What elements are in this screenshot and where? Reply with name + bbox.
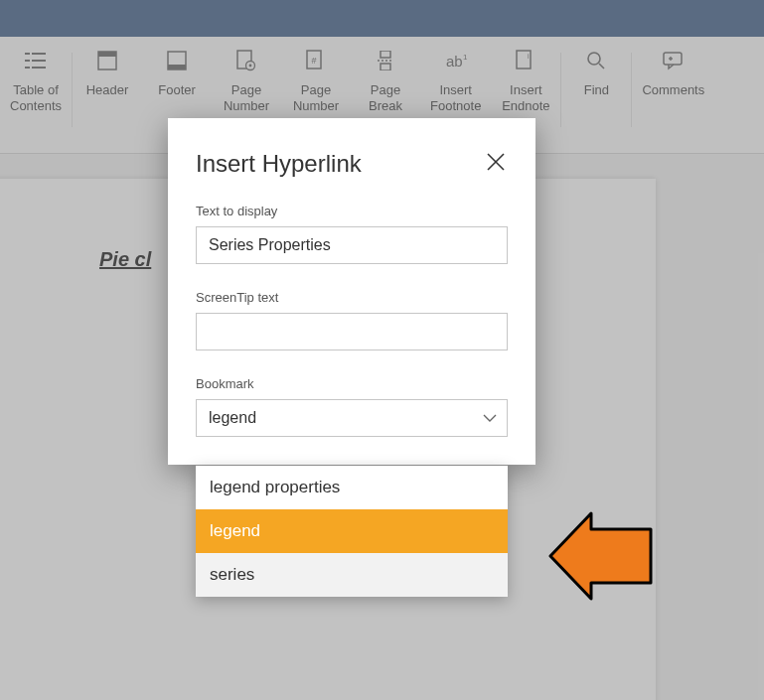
ribbon-label: Insert Footnote [430, 82, 481, 113]
ribbon-item-header[interactable]: Header [73, 49, 142, 98]
svg-rect-3 [32, 60, 46, 62]
svg-text:#: # [312, 56, 317, 66]
header-icon [97, 49, 117, 72]
svg-line-23 [599, 64, 604, 69]
bookmark-dropdown: legend properties legend series [196, 466, 508, 597]
ribbon-item-footer[interactable]: Footer [142, 49, 212, 98]
svg-rect-5 [32, 67, 46, 69]
ribbon-item-endnote[interactable]: i Insert Endnote [491, 49, 560, 113]
ribbon-item-find[interactable]: Find [561, 49, 631, 98]
ribbon-label: Find [584, 82, 609, 98]
svg-rect-16 [381, 64, 390, 70]
footer-icon [167, 49, 187, 72]
ribbon-label: Header [86, 82, 129, 98]
find-icon [586, 49, 606, 72]
window-titlebar [0, 0, 764, 37]
svg-rect-0 [25, 53, 30, 55]
text-display-input[interactable] [196, 226, 508, 264]
svg-rect-9 [168, 65, 186, 70]
ribbon-item-pagesetup[interactable]: Page Number [212, 49, 281, 113]
endnote-icon: i [516, 49, 535, 72]
ribbon-label: Footer [158, 82, 196, 98]
ribbon-label: Insert Endnote [502, 82, 549, 113]
svg-text:1: 1 [463, 53, 468, 62]
svg-text:ab: ab [446, 53, 463, 70]
dropdown-option-selected[interactable]: legend [196, 509, 508, 553]
svg-point-12 [249, 65, 252, 68]
chevron-down-icon [483, 409, 497, 427]
screentip-input[interactable] [196, 313, 508, 350]
ribbon-item-comments[interactable]: Comments [632, 49, 714, 98]
svg-text:i: i [528, 53, 530, 60]
bookmark-selected-value: legend [209, 409, 256, 427]
ribbon-label: Page Number [224, 82, 269, 113]
bookmark-select[interactable]: legend [196, 399, 508, 437]
annotation-arrow [546, 511, 656, 605]
text-display-label: Text to display [196, 204, 508, 218]
screentip-group: ScreenTip text [196, 290, 508, 350]
page-break-icon [376, 49, 395, 72]
svg-rect-4 [25, 67, 30, 69]
close-button[interactable] [480, 146, 512, 178]
toc-icon [25, 49, 47, 72]
ribbon-label: Comments [642, 82, 704, 98]
svg-rect-15 [381, 51, 390, 58]
footnote-icon: ab1 [444, 49, 468, 72]
dropdown-option[interactable]: series [196, 553, 508, 597]
svg-rect-7 [98, 52, 116, 57]
bookmark-label: Bookmark [196, 376, 508, 391]
ribbon-item-pagebreak[interactable]: Page Break [351, 49, 420, 113]
ribbon-item-footnote[interactable]: ab1 Insert Footnote [420, 49, 491, 113]
dropdown-option[interactable]: legend properties [196, 466, 508, 509]
svg-rect-1 [32, 53, 46, 55]
insert-hyperlink-dialog: Insert Hyperlink Text to display ScreenT… [168, 118, 535, 465]
ribbon-label: Page Number [293, 82, 339, 113]
svg-point-22 [588, 53, 600, 65]
page-gear-icon [236, 49, 256, 72]
ribbon-label: Page Break [369, 82, 402, 113]
ribbon-label: Table of Contents [10, 82, 62, 113]
bookmark-group: Bookmark legend [196, 376, 508, 437]
comments-icon [663, 49, 685, 72]
svg-rect-2 [25, 60, 30, 62]
page-number-icon: # [306, 49, 326, 72]
close-icon [486, 152, 506, 172]
dialog-title: Insert Hyperlink [196, 150, 508, 178]
text-display-group: Text to display [196, 204, 508, 264]
screentip-label: ScreenTip text [196, 290, 508, 305]
ribbon-item-pagenum[interactable]: # Page Number [281, 49, 351, 113]
ribbon-item-toc[interactable]: Table of Contents [0, 49, 72, 113]
